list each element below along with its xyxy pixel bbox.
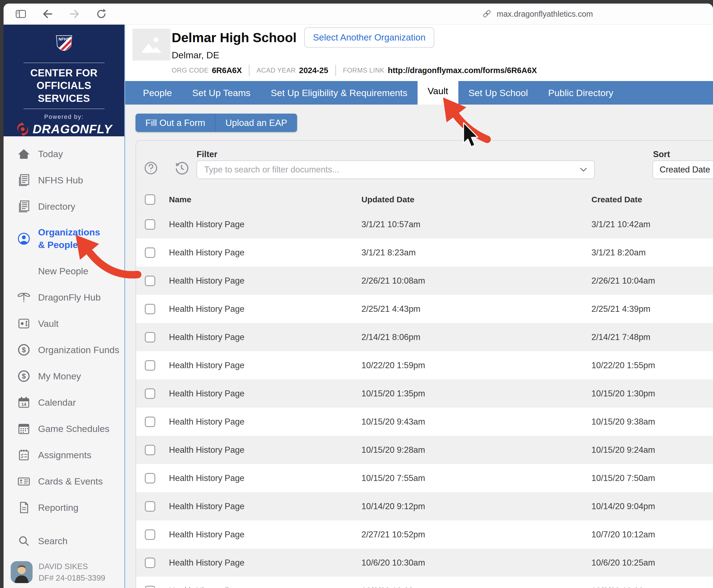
updated-date: 10/15/20 1:35pm: [361, 389, 591, 399]
row-checkbox[interactable]: [145, 501, 155, 512]
document-filter-input[interactable]: [196, 161, 595, 179]
document-name: Health History Page: [169, 219, 361, 229]
filter-area: Filter Sort Created Date: [136, 141, 713, 189]
table-row[interactable]: Health History Page 10/14/20 9:12pm 10/1…: [136, 492, 713, 520]
updated-date: 10/22/20 1:59pm: [361, 360, 591, 370]
row-checkbox[interactable]: [145, 388, 155, 399]
updated-date: 10/15/20 9:28am: [361, 445, 591, 455]
svg-text:14: 14: [21, 402, 26, 407]
select-another-organization-button[interactable]: Select Another Organization: [304, 27, 434, 48]
sidebar-item-directory[interactable]: Directory: [4, 193, 124, 219]
tab-set-up-eligibility[interactable]: Set Up Eligibility & Requirements: [261, 81, 418, 105]
document-name: Health History Page: [169, 360, 361, 370]
row-checkbox[interactable]: [145, 445, 155, 455]
created-date: 2/25/21 4:39pm: [591, 304, 713, 314]
table-row[interactable]: Health History Page 10/15/20 9:28am 10/1…: [136, 436, 713, 464]
updated-date: 10/6/20 10:30am: [361, 558, 591, 568]
document-name: Health History Page: [169, 530, 361, 540]
table-row[interactable]: Health History Page 10/6/20 10:30am 10/6…: [136, 549, 713, 577]
sidebar-toggle-icon[interactable]: [15, 8, 27, 20]
row-checkbox[interactable]: [145, 248, 155, 258]
sidebar-item-search[interactable]: Search: [4, 528, 124, 554]
address-bar[interactable]: max.dragonflyathletics.com: [481, 4, 593, 25]
column-header-name: Name: [169, 195, 361, 204]
row-checkbox[interactable]: [145, 417, 155, 427]
sidebar-item-vault[interactable]: Vault: [4, 310, 124, 337]
forward-button[interactable]: [68, 8, 81, 20]
fill-out-form-button[interactable]: Fill Out a Form: [135, 113, 215, 132]
table-row[interactable]: Health History Page 2/26/21 10:08am 2/26…: [136, 267, 713, 295]
sidebar-item-nfhs-hub[interactable]: NFHS Hub: [4, 167, 124, 193]
tab-public-directory[interactable]: Public Directory: [538, 81, 624, 105]
documents-panel: Filter Sort Created Date: [135, 140, 713, 588]
sidebar-item-organizations-people[interactable]: Organizations & People: [4, 219, 124, 258]
link-icon: [481, 8, 492, 20]
user-profile[interactable]: DAVID SIKES DF# 24-0185-3399: [11, 561, 105, 584]
upload-eap-button[interactable]: Upload an EAP: [215, 113, 297, 132]
row-checkbox[interactable]: [145, 558, 155, 568]
document-name: Health History Page: [169, 304, 361, 314]
document-name: Health History Page: [169, 558, 361, 568]
tab-people[interactable]: People: [133, 81, 182, 105]
table-row[interactable]: Health History Page 3/1/21 8:23am 3/1/21…: [136, 238, 713, 267]
row-checkbox[interactable]: [145, 219, 155, 230]
tab-vault[interactable]: Vault: [418, 78, 458, 105]
table-row[interactable]: Health History Page 3/1/21 10:57am 3/1/2…: [136, 210, 713, 238]
sidebar-item-new-people[interactable]: New People: [4, 258, 124, 284]
documents-table: Health History Page 3/1/21 10:57am 3/1/2…: [136, 210, 713, 588]
row-checkbox[interactable]: [145, 586, 155, 588]
sidebar-item-calendar[interactable]: 14 Calendar: [4, 389, 124, 416]
vault-actions: Fill Out a Form Upload an EAP: [135, 113, 297, 132]
main-content: Delmar High School Select Another Organi…: [125, 25, 713, 588]
back-button[interactable]: [41, 8, 54, 20]
updated-date: 10/6/20 10:03am: [361, 586, 591, 588]
table-row[interactable]: Health History Page 10/15/20 7:55am 10/1…: [136, 464, 713, 492]
sidebar-brand-block: NFHS CENTER FOR OFFICIALS SERVICES Power…: [4, 25, 124, 136]
row-checkbox[interactable]: [145, 276, 155, 286]
created-date: 2/14/21 7:48pm: [591, 332, 713, 342]
table-row[interactable]: Health History Page 2/27/21 10:52pm 10/7…: [136, 520, 713, 549]
row-checkbox[interactable]: [145, 360, 155, 371]
row-checkbox[interactable]: [145, 473, 155, 483]
brand-title: CENTER FOR OFFICIALS SERVICES: [19, 67, 109, 105]
sort-label: Sort: [653, 149, 670, 159]
sidebar-item-reporting[interactable]: Reporting: [4, 495, 124, 521]
tab-set-up-school[interactable]: Set Up School: [458, 81, 538, 105]
updated-date: 2/14/21 8:06pm: [361, 332, 591, 342]
table-row[interactable]: Health History Page 10/22/20 1:59pm 10/2…: [136, 351, 713, 379]
sidebar-item-dragonfly-hub[interactable]: DragonFly Hub: [4, 284, 124, 310]
history-icon[interactable]: [174, 161, 189, 177]
document-name: Health History Page: [169, 445, 361, 455]
row-checkbox[interactable]: [145, 304, 155, 314]
sidebar-item-my-money[interactable]: $ My Money: [4, 363, 124, 389]
sidebar-item-today[interactable]: Today: [4, 141, 124, 167]
nfhs-shield-logo: NFHS: [41, 35, 88, 56]
help-icon[interactable]: [144, 161, 158, 176]
row-checkbox[interactable]: [145, 332, 155, 342]
reload-button[interactable]: [95, 8, 108, 20]
updated-date: 10/15/20 9:43am: [361, 417, 591, 427]
updated-date: 2/26/21 10:08am: [361, 276, 591, 286]
filter-label: Filter: [196, 149, 217, 159]
table-row[interactable]: Health History Page 10/15/20 9:43am 10/1…: [136, 407, 713, 436]
document-name: Health History Page: [169, 586, 361, 588]
user-name: DAVID SIKES: [39, 561, 105, 572]
sidebar-item-organization-funds[interactable]: $ Organization Funds: [4, 337, 124, 363]
table-row[interactable]: Health History Page 10/6/20 10:03am 10/6…: [136, 577, 713, 588]
sidebar-item-game-schedules[interactable]: Game Schedules: [4, 416, 124, 442]
table-row[interactable]: Health History Page 10/15/20 1:35pm 10/1…: [136, 379, 713, 407]
sidebar-item-assignments[interactable]: Assignments: [4, 442, 124, 468]
avatar: [11, 561, 33, 583]
forms-link[interactable]: http://dragonflymax.com/forms/6R6A6X: [388, 66, 537, 75]
browser-toolbar: max.dragonflyathletics.com: [4, 4, 713, 25]
select-all-checkbox[interactable]: [145, 194, 155, 205]
school-meta: ORG CODE 6R6A6X ACAD YEAR 2024-25 FORMS …: [172, 65, 537, 76]
table-row[interactable]: Health History Page 2/14/21 8:06pm 2/14/…: [136, 323, 713, 351]
sort-select[interactable]: Created Date: [652, 161, 713, 179]
row-checkbox[interactable]: [145, 529, 155, 540]
column-header-updated: Updated Date: [361, 195, 591, 204]
sidebar-item-cards-events[interactable]: Cards & Events: [4, 468, 124, 495]
table-row[interactable]: Health History Page 2/25/21 4:43pm 2/25/…: [136, 295, 713, 323]
tab-set-up-teams[interactable]: Set Up Teams: [182, 81, 261, 105]
school-header: Delmar High School Select Another Organi…: [125, 25, 713, 81]
